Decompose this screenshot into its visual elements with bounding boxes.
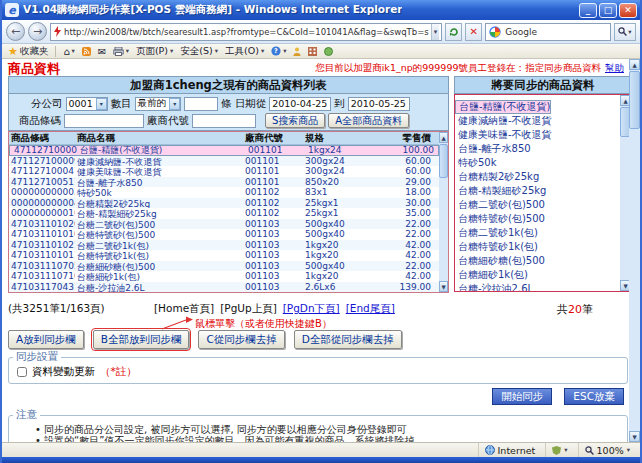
sites-button[interactable] [308, 47, 317, 56]
menu-safety[interactable]: 安全(S)▾ [180, 45, 218, 58]
zoom-control[interactable]: 100% ▾ [578, 443, 636, 457]
column-header[interactable]: 廠商代號 [243, 132, 303, 144]
stop-button[interactable]: ✕ [465, 23, 482, 41]
scrollbar-track [629, 130, 640, 431]
sync-list-item[interactable]: 台糖-精製細砂25kg [455, 184, 620, 198]
sync-list-item[interactable]: 台糖細砂糖(包)500 [455, 254, 620, 268]
table-row[interactable]: 4710311010211台糖二號砂1k(包)0011031kgx2042.00 [9, 240, 439, 251]
sync-list-item[interactable]: 特砂50k [455, 156, 620, 170]
favorites-button[interactable]: ★ 收藏夹 [8, 45, 48, 58]
count-label: 數目 [111, 97, 132, 111]
action-button-c[interactable]: C從同步欄去掉 [198, 330, 284, 349]
table-row[interactable]: 4710311010204台糖二號砂(包)500001103500gx4022.… [9, 219, 439, 230]
table-row[interactable]: 0000000000031特砂50k00110283x118.00 [9, 187, 439, 198]
table-cell: 台糖細砂1k(包) [75, 271, 243, 282]
chevron-down-icon: ▾ [283, 47, 286, 55]
menu-page-label: 页面(P) [136, 45, 168, 58]
table-cell: 台糖二號砂1k(包) [75, 240, 243, 251]
sync-listbox[interactable]: 台鹽-精鹽(不收退貨)健康減納鹽-不收退貨健康美味鹽-不收退貨台鹽-離子水850… [454, 94, 632, 292]
table-row[interactable]: 4711271000472健康美味鹽-不收退貨001101300gx2460.0… [9, 166, 439, 177]
table-scrollbar[interactable]: ▲ ▼ [439, 132, 448, 292]
address-bar[interactable]: http://win2008/tw/btch/searesult1.asp?fr… [50, 23, 442, 41]
table-row[interactable]: 4710311107102台糖細砂1k(包)0011031kgx2042.00 [9, 271, 439, 282]
scroll-up-icon[interactable]: ▲ [629, 59, 640, 70]
print-button[interactable]: ▾ [113, 47, 129, 56]
action-button-d[interactable]: D全部從同步欄去掉 [294, 330, 402, 349]
maximize-button[interactable]: □ [599, 3, 617, 18]
menu-tools[interactable]: 工具(O)▾ [225, 45, 264, 58]
date-to-input[interactable] [348, 97, 410, 111]
scroll-down-icon[interactable]: ▼ [439, 281, 448, 292]
column-header[interactable]: 商品名稱 [75, 132, 243, 144]
date-from-label: 日期從 [235, 97, 267, 111]
sync-list-item[interactable]: 台糖-沙拉油2.6L [455, 282, 620, 291]
minimize-button[interactable]: _ [579, 3, 597, 18]
scroll-up-icon[interactable]: ▲ [439, 132, 448, 143]
sync-list-item[interactable]: 台糖二號砂1k(包) [455, 226, 620, 240]
back-button[interactable]: ← [6, 22, 25, 41]
table-row[interactable]: 4710311010112台糖特號砂1k(包)0011031kgx2042.00 [9, 250, 439, 261]
login-status-text: 您目前以加盟商ik1_np的999999號員工登錄在：指定同步商品資料 [315, 62, 601, 73]
pagination-link[interactable]: [End尾頁] [346, 302, 395, 316]
help-link[interactable]: 幫助 [605, 62, 624, 73]
search-products-button[interactable]: S搜索商品 [265, 113, 325, 128]
help-button[interactable]: ?▾ [271, 46, 286, 56]
start-sync-button[interactable]: 開始同步 [492, 388, 552, 405]
table-cell: 001102 [243, 187, 303, 198]
sync-list-item[interactable]: 台糖細砂1k(包) [455, 268, 620, 282]
table-row[interactable]: 0000000000048台糖精製2砂25kg00110225kgx130.00 [9, 198, 439, 209]
close-button[interactable]: ✕ [619, 3, 637, 18]
menu-page[interactable]: 页面(P)▾ [136, 45, 173, 58]
scrollbar-thumb[interactable] [439, 144, 448, 178]
branch-label: 分公司 [31, 97, 63, 111]
page-scrollbar[interactable]: ▲ ▼ [629, 59, 640, 442]
sync-list-item[interactable]: 台糖精製2砂25kg [455, 170, 620, 184]
table-row[interactable]: 4711271000014台鹽-精鹽(不收退貨)0011011kgx24100.… [9, 145, 439, 156]
protected-mode-cell[interactable]: ▾ [545, 443, 573, 457]
action-button-b[interactable]: B全部放到同步欄 [93, 330, 190, 349]
refresh-button[interactable] [445, 23, 462, 41]
user-button[interactable] [293, 47, 301, 56]
barcode-input[interactable] [64, 114, 144, 128]
mail-button[interactable]: ✉ [98, 46, 106, 57]
column-header[interactable]: 規格 [303, 132, 362, 144]
login-status: 您目前以加盟商ik1_np的999999號員工登錄在：指定同步商品資料幫助 [315, 62, 624, 75]
chevron-down-icon: ▾ [564, 446, 567, 454]
lightning-icon [53, 26, 62, 37]
sync-list-item[interactable]: 台糖二號砂(包)500 [455, 198, 620, 212]
column-header[interactable]: 零售價 [362, 132, 435, 144]
count-select[interactable]: 最前的▾ [135, 97, 182, 111]
search-button[interactable]: ▾ [614, 23, 636, 41]
action-button-a[interactable]: A放到同步欄 [8, 330, 84, 349]
all-products-button[interactable]: A全部商品資料 [328, 113, 409, 128]
scroll-down-icon[interactable]: ▼ [629, 431, 640, 442]
home-button[interactable]: ⌂▾ [63, 46, 74, 57]
table-row[interactable]: 4710311010105台糖特號砂(包)500001103500gx4022.… [9, 229, 439, 240]
table-row[interactable]: 0000000000161台糖-精製細砂25kg00110225kgx135.0… [9, 208, 439, 219]
star-icon: ★ [8, 45, 18, 58]
date-from-input[interactable] [269, 97, 331, 111]
sync-list-item[interactable]: 健康美味鹽-不收退貨 [455, 128, 620, 142]
sync-button[interactable] [324, 47, 333, 56]
web-search-box[interactable]: Google [485, 23, 611, 41]
data-update-checkbox[interactable] [17, 367, 27, 377]
column-header[interactable]: 商品條碼 [9, 132, 75, 144]
scrollbar-thumb[interactable] [629, 71, 640, 129]
address-dropdown-chevron-icon[interactable]: ▾ [431, 24, 440, 40]
sync-list-item[interactable]: 台糖特號砂(包)500 [455, 212, 620, 226]
table-row[interactable]: 4711271000090健康減納鹽-不收退貨001101300gx2460.0… [9, 156, 439, 167]
table-row[interactable]: 4710311107058台糖細砂糖(包)500001103500gx4022.… [9, 261, 439, 272]
sync-list-item[interactable]: 台鹽-精鹽(不收退貨) [455, 100, 551, 114]
sync-list-item[interactable]: 健康減納鹽-不收退貨 [455, 114, 620, 128]
esc-cancel-button[interactable]: ESC放棄 [564, 388, 624, 405]
sync-list-item[interactable]: 台鹽-離子水850 [455, 142, 620, 156]
forward-button[interactable]: → [28, 22, 47, 41]
table-cell: 台糖精製2砂25kg [75, 198, 243, 209]
branch-select[interactable]: 0001▾ [66, 97, 108, 111]
feeds-button[interactable] [82, 47, 91, 56]
sync-list-item[interactable]: 台糖特號砂1k(包) [455, 240, 620, 254]
table-row[interactable]: 4711271005118台鹽-離子水850001101850x2029.00 [9, 177, 439, 188]
vendor-input[interactable] [192, 114, 256, 128]
table-row[interactable]: 4710311704318台糖-沙拉油2.6L0011032.6Lx6139.0… [9, 282, 439, 293]
count-input[interactable] [184, 97, 218, 111]
